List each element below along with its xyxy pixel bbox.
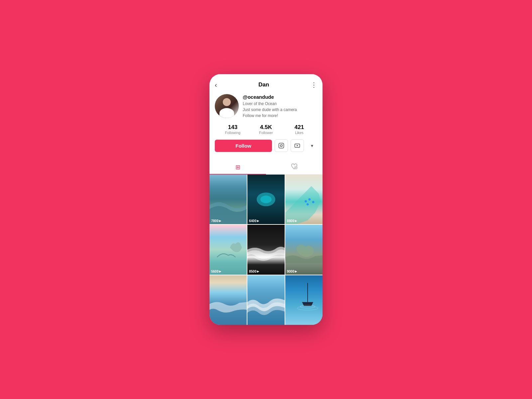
bio-line-2: Just some dude with a camera (243, 107, 317, 113)
thumb-detail-2 (247, 175, 285, 224)
action-row: Follow ▾ (215, 139, 317, 152)
profile-section: @oceandude Lover of the Ocean Just some … (209, 92, 323, 160)
svg-point-10 (260, 196, 272, 203)
play-icon-6: ▶ (295, 270, 297, 273)
likes-stat[interactable]: 421 Likes (283, 124, 316, 135)
username: @oceandude (243, 94, 317, 100)
likes-tab-icon (291, 163, 298, 171)
following-stat[interactable]: 143 Following (216, 124, 249, 135)
play-icon-4: ▶ (219, 270, 221, 273)
svg-point-11 (305, 200, 307, 202)
video-thumb-9[interactable] (285, 275, 323, 325)
video-count-3: 8800 ▶ (287, 219, 297, 223)
page-title: Dan (258, 81, 269, 88)
more-button[interactable]: ⋮ (311, 81, 317, 89)
profile-top: @oceandude Lover of the Ocean Just some … (215, 94, 317, 119)
video-thumb-7[interactable] (209, 275, 247, 325)
back-button[interactable]: ‹ (215, 81, 217, 89)
follower-count: 4.5K (249, 124, 283, 131)
video-count-1: 7800 ▶ (211, 219, 221, 223)
video-count-6: 9000 ▶ (287, 270, 297, 273)
tab-videos[interactable]: ⊞ (209, 160, 266, 174)
video-thumb-6[interactable]: 9000 ▶ (285, 225, 323, 274)
video-thumb-3[interactable]: 8800 ▶ (285, 175, 323, 224)
thumb-detail-7 (209, 275, 247, 325)
video-count-5: 8500 ▶ (249, 270, 259, 273)
thumb-detail-9 (285, 275, 323, 325)
thumb-detail-4 (209, 225, 247, 274)
videos-tab-icon: ⊞ (235, 164, 240, 171)
play-icon-2: ▶ (257, 219, 259, 222)
youtube-icon (294, 143, 300, 149)
thumb-detail-1 (209, 175, 247, 224)
svg-point-14 (307, 203, 309, 205)
video-thumb-4[interactable]: 5600 ▶ (209, 225, 247, 274)
stats-row: 143 Following 4.5K Follower 421 Likes (215, 124, 317, 135)
thumb-detail-5 (247, 225, 285, 274)
chevron-down-icon: ▾ (311, 143, 313, 148)
youtube-button[interactable] (291, 139, 304, 152)
follow-button[interactable]: Follow (215, 140, 272, 152)
video-thumb-1[interactable]: 7800 ▶ (209, 175, 247, 224)
avatar-image (215, 94, 239, 118)
header: ‹ Dan ⋮ (209, 74, 323, 92)
play-icon-3: ▶ (295, 219, 297, 222)
video-grid: 7800 ▶ 6400 ▶ (209, 175, 323, 325)
svg-rect-0 (279, 143, 284, 148)
follower-label: Follower (249, 131, 283, 135)
video-count-2: 6400 ▶ (249, 219, 259, 223)
instagram-button[interactable] (275, 139, 288, 152)
following-count: 143 (216, 124, 249, 131)
instagram-icon (278, 143, 284, 149)
video-count-4: 5600 ▶ (211, 270, 221, 273)
profile-info: @oceandude Lover of the Ocean Just some … (243, 94, 317, 119)
likes-count: 421 (283, 124, 316, 131)
svg-marker-4 (297, 145, 299, 147)
thumb-detail-8 (247, 275, 285, 325)
video-thumb-2[interactable]: 6400 ▶ (247, 175, 285, 224)
thumb-detail-6 (285, 225, 323, 274)
play-icon-1: ▶ (219, 219, 221, 222)
dropdown-button[interactable]: ▾ (307, 139, 317, 152)
phone-frame: ‹ Dan ⋮ @oceandude Lover of the Ocean Ju… (209, 74, 323, 325)
play-icon-5: ▶ (257, 270, 259, 273)
svg-point-13 (312, 201, 315, 203)
following-label: Following (216, 131, 249, 135)
thumb-detail-3 (285, 175, 323, 224)
follower-stat[interactable]: 4.5K Follower (249, 124, 283, 135)
video-thumb-5[interactable]: 8500 ▶ (247, 225, 285, 274)
bio-line-1: Lover of the Ocean (243, 101, 317, 107)
bio-line-3: Follow me for more! (243, 113, 317, 119)
svg-point-1 (280, 145, 282, 147)
tabs-row: ⊞ (209, 160, 323, 175)
video-thumb-8[interactable] (247, 275, 285, 325)
tab-likes[interactable] (266, 160, 323, 174)
svg-point-2 (282, 144, 283, 145)
likes-label: Likes (283, 131, 316, 135)
svg-point-12 (308, 198, 311, 200)
avatar (215, 94, 239, 118)
